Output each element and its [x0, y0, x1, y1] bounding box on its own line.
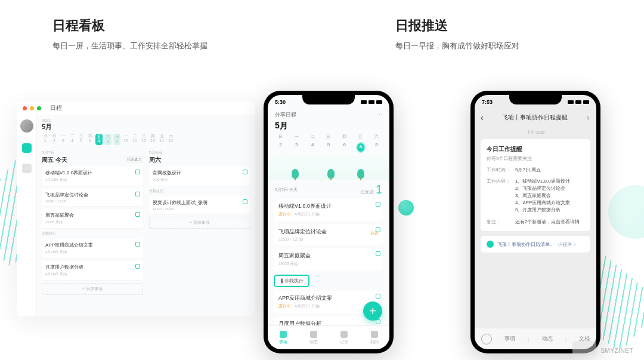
tab-icon [310, 331, 317, 338]
day-cell[interactable]: 5 [324, 142, 333, 153]
cal-day[interactable]: 三12 [140, 134, 147, 145]
weekday-row: 日一二三四五六 [268, 131, 389, 142]
section-2-title: 日报推送 [395, 17, 519, 35]
task-card[interactable]: APP应用商城介绍文案4月25日 开始 [42, 239, 143, 258]
tab-bar: 事项动态记录我的 [268, 325, 389, 349]
task-card[interactable]: 周五家庭聚会19:00 开始 [42, 209, 143, 228]
task-card[interactable]: 周五家庭聚会19:00 开始 [274, 248, 383, 270]
day-cell[interactable]: 2 [275, 142, 285, 153]
nav-other-icon[interactable] [22, 164, 32, 173]
main-area: 2021 5月 六1日2一3二4三5四6五今六8日9一10二11三12四13五1… [37, 115, 255, 316]
maximize-icon[interactable] [37, 106, 41, 110]
share-button[interactable]: 分享日程 [275, 111, 296, 119]
more-icon[interactable]: ⋯ [377, 112, 382, 118]
checkbox-icon[interactable] [135, 170, 140, 174]
tab-我的[interactable]: 我的 [370, 331, 379, 345]
link-suffix: 小程序 > [558, 241, 576, 248]
checkbox-icon[interactable] [376, 202, 380, 207]
checkbox-icon[interactable] [243, 199, 247, 204]
cal-day[interactable]: 四6 [86, 134, 94, 145]
day-cell[interactable]: 6 [340, 142, 349, 153]
msg-time: 上午 8:00 [475, 126, 596, 139]
cal-day[interactable]: 日9 [113, 134, 120, 145]
nav-bar: ‹ 飞项丨事项协作日程提醒 ♀ [475, 109, 596, 126]
card-subtitle: 你有5个日程需要关注 [487, 155, 584, 162]
cal-year: 2021 [42, 118, 55, 122]
footer-tab[interactable]: 事项 [504, 335, 515, 343]
task-card[interactable]: 移动端V1.0.0界面设计进行中 4月23日 开始 [274, 199, 383, 221]
days-row[interactable]: 23456今8 [268, 142, 389, 156]
task-card[interactable]: 月度用户数据分析4月26日 开始 [42, 261, 143, 280]
tab-事项[interactable]: 事项 [279, 331, 287, 345]
window-bar: 日程 [17, 101, 255, 115]
tab-记录[interactable]: 记录 [340, 331, 348, 345]
cal-day[interactable]: 一10 [122, 134, 129, 145]
sidebar [17, 115, 37, 316]
task-card[interactable]: 移动端V1.0.0界面设计4月23日 开始 [42, 167, 143, 186]
task-card[interactable]: 视觉设计师线上面试_张萌14:00 - 15:00 [149, 196, 250, 214]
section-2-header: 日报推送 每日一早报，胸有成竹做好职场应对 [395, 17, 519, 51]
message-card[interactable]: 今日工作提醒 你有5个日程需要关注 工作时间：5月7日 周五 工作内容：1、移动… [481, 139, 590, 231]
section-1-title: 日程看板 [52, 17, 208, 35]
miniprogram-link[interactable]: 飞项丨事项协作日历清单... 小程序 > [481, 236, 590, 253]
minimize-icon[interactable] [30, 106, 34, 110]
day-date: 5月8日 [149, 150, 250, 156]
user-icon[interactable]: ♀ [586, 115, 590, 121]
checkbox-icon[interactable] [135, 242, 140, 247]
wifi-icon [575, 100, 581, 104]
add-task-button[interactable]: + 添加事项 [42, 283, 143, 295]
checkbox-icon[interactable] [135, 192, 140, 196]
cal-day[interactable]: 六15 [167, 134, 174, 145]
calendar-strip[interactable]: 六1日2一3二4三5四6五今六8日9一10二11三12四13五14六15 [42, 134, 250, 145]
close-icon[interactable] [23, 106, 27, 110]
day-cell[interactable]: 今 [356, 142, 366, 153]
day-column-today: 5月7日 周五 今天已完成 2 移动端V1.0.0界面设计4月23日 开始飞项品… [42, 150, 143, 295]
signal-icon [361, 100, 367, 104]
tab-动态[interactable]: 动态 [309, 331, 318, 345]
cal-day[interactable]: 一3 [60, 134, 67, 145]
checkbox-icon[interactable] [376, 294, 380, 299]
checkbox-icon[interactable] [135, 212, 140, 217]
checkbox-icon[interactable] [243, 170, 247, 174]
phone-mock-schedule: 5:30 分享日程 ⋯ 5月 日一二三四五六 23456今8 5月7日 今天 已… [264, 91, 394, 353]
phone-mock-report: 7:53 ‹ 飞项丨事项协作日程提醒 ♀ 上午 8:00 今日工作提醒 你有5个… [470, 91, 600, 353]
day-cell[interactable]: 4 [308, 142, 317, 153]
task-card[interactable]: 飞项品牌定位讨论会10:00 - 12:00 [42, 189, 143, 206]
cal-day[interactable]: 六8 [104, 134, 112, 145]
cal-day[interactable]: 五14 [158, 134, 165, 145]
cal-day[interactable]: 三5 [78, 134, 85, 145]
done-label: 已完成: [361, 190, 374, 194]
battery-icon [583, 100, 589, 104]
day-cell[interactable]: 8 [371, 142, 381, 153]
link-text: 飞项丨事项协作日历清单... [497, 241, 554, 248]
back-icon[interactable]: ‹ [481, 113, 484, 122]
checkbox-icon[interactable] [376, 319, 380, 324]
cal-day[interactable]: 二4 [69, 134, 76, 145]
tab-icon [340, 331, 348, 338]
signal-icon [568, 100, 574, 104]
add-task-button[interactable]: + 添加事项 [149, 217, 250, 229]
footer-tab[interactable]: 动态 [542, 335, 553, 343]
task-card[interactable]: 官网改版设计9:00 开始 [149, 167, 250, 186]
section-2-subtitle: 每日一早报，胸有成竹做好职场应对 [395, 41, 519, 51]
day-cell[interactable]: 3 [292, 142, 301, 153]
done-tag: 已完成 2 [125, 156, 143, 163]
cal-day[interactable]: 日2 [51, 134, 58, 145]
month-label: 5月 [275, 121, 288, 131]
checkbox-icon[interactable] [376, 251, 380, 256]
fab-add-button[interactable]: + [363, 301, 382, 321]
avatar[interactable] [20, 119, 33, 133]
keyboard-icon[interactable] [481, 334, 492, 344]
cal-day[interactable]: 二11 [131, 134, 138, 145]
task-card[interactable]: 飞项品牌定位讨论会10:00 - 12:00会议 [274, 224, 383, 245]
cal-day[interactable]: 六1 [42, 134, 49, 145]
row-label: 工作内容： [487, 178, 515, 214]
cal-day[interactable]: 四13 [149, 134, 156, 145]
cal-day[interactable]: 五今 [95, 134, 103, 145]
done-count: 1 [376, 183, 382, 196]
checkbox-icon[interactable] [135, 264, 140, 269]
section-1-header: 日程看板 每日一屏，生活琐事、工作安排全部轻松掌握 [52, 17, 208, 51]
content-list: 1、移动端V1.0.0界面设计2、飞项品牌定位讨论会3、周五家庭聚会4、APP应… [515, 178, 570, 214]
nav-schedule-icon[interactable] [22, 143, 32, 153]
tab-icon [280, 331, 287, 338]
